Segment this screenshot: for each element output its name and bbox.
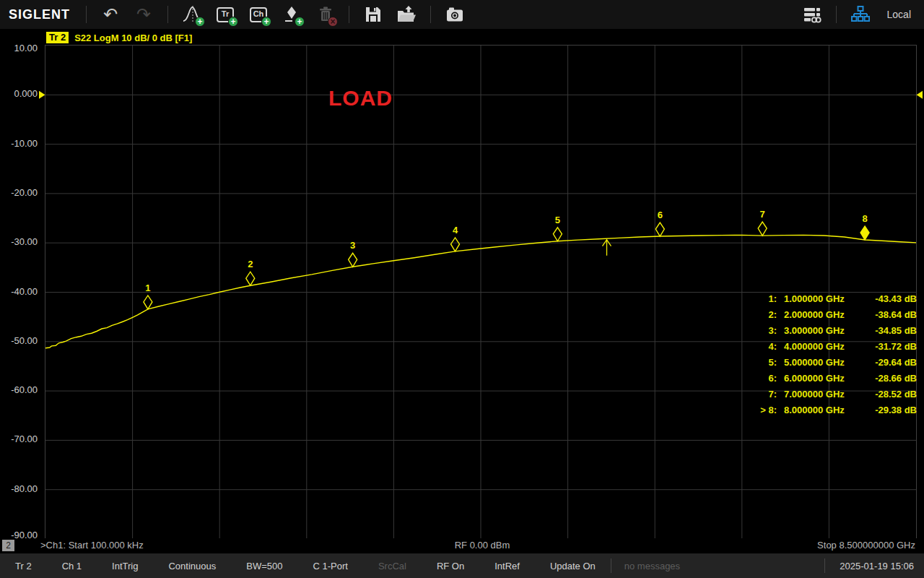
- save-button[interactable]: [360, 2, 386, 27]
- marker-table-row: 1:1.000000 GHz-43.43 dB: [707, 290, 917, 306]
- status-item-update-on[interactable]: Update On: [535, 561, 611, 571]
- marker-table-frequency: 3.000000 GHz: [777, 325, 845, 336]
- marker-diamond[interactable]: [451, 238, 460, 251]
- marker-2[interactable]: 2: [246, 259, 255, 285]
- channel-start-label[interactable]: >Ch1: Start 100.000 kHz: [40, 540, 144, 551]
- active-trace-badge[interactable]: 2: [2, 540, 14, 551]
- marker-number-label: 6: [658, 210, 663, 220]
- trace-chip-tr2[interactable]: Tr 2: [46, 32, 69, 43]
- marker-diamond[interactable]: [349, 253, 357, 267]
- marker-table-frequency: 7.000000 GHz: [777, 389, 845, 400]
- marker-table-number: 3:: [707, 325, 777, 336]
- marker-1[interactable]: 1: [144, 282, 152, 309]
- window-layout-button[interactable]: [799, 2, 825, 27]
- status-item-ch-1[interactable]: Ch 1: [47, 561, 97, 571]
- add-channel-button[interactable]: Ch +: [245, 2, 271, 27]
- status-item-intref[interactable]: IntRef: [479, 561, 535, 571]
- marker-number-label: 7: [760, 209, 765, 220]
- marker-table-number: 4:: [707, 341, 777, 352]
- folder-open-icon: [396, 5, 417, 24]
- marker-number-label: 1: [145, 282, 150, 293]
- marker-7[interactable]: 7: [758, 209, 767, 236]
- marker-table-value: -28.66 dB: [875, 373, 917, 384]
- marker-number-label: 4: [453, 225, 458, 236]
- redo-icon: ↷: [136, 6, 151, 23]
- screenshot-button[interactable]: [442, 2, 468, 27]
- camera-icon: [445, 5, 465, 24]
- sna-application-window: SIGLENT ↶ ↷ + Tr + Ch +: [0, 0, 924, 578]
- marker-5[interactable]: 5: [553, 215, 562, 241]
- marker-readout-table: 1:1.000000 GHz-43.43 dB2:2.000000 GHz-38…: [707, 290, 917, 418]
- y-axis-label: -50.00: [0, 335, 38, 346]
- channel-stop-label[interactable]: Stop 8.500000000 GHz: [817, 540, 915, 551]
- marker-table-value: -43.43 dB: [875, 293, 917, 304]
- delete-button[interactable]: ×: [312, 2, 338, 27]
- marker-table-value: -29.38 dB: [875, 405, 917, 415]
- channel-status-row: 2 >Ch1: Start 100.000 kHz RF 0.00 dBm St…: [0, 538, 924, 553]
- marker-table-row: 6:6.000000 GHz-28.66 dB: [707, 370, 917, 386]
- marker-diamond[interactable]: [860, 226, 869, 240]
- status-item-tr-2[interactable]: Tr 2: [0, 561, 47, 571]
- trace-header: Tr 2 S22 LogM 10 dB/ 0 dB [F1]: [46, 32, 192, 43]
- add-trace-button[interactable]: Tr +: [212, 2, 238, 27]
- marker-table-frequency: 4.000000 GHz: [777, 341, 845, 352]
- datetime-label: 2025-01-19 15:06: [825, 561, 924, 571]
- undo-icon: ↶: [103, 6, 118, 23]
- trace-params-label[interactable]: S22 LogM 10 dB/ 0 dB [F1]: [74, 33, 192, 43]
- marker-table-frequency: 5.000000 GHz: [777, 357, 845, 368]
- marker-table-row: 5:5.000000 GHz-29.64 dB: [707, 354, 917, 370]
- status-item-srccal[interactable]: SrcCal: [363, 561, 422, 571]
- top-toolbar: SIGLENT ↶ ↷ + Tr + Ch +: [0, 0, 924, 29]
- marker-table-number: 5:: [707, 357, 777, 368]
- y-axis-label: 10.00: [0, 43, 38, 53]
- y-axis: 10.000.000-10.00-20.00-30.00-40.00-50.00…: [0, 0, 40, 549]
- marker-table-row: 7:7.000000 GHz-28.52 dB: [707, 386, 917, 402]
- add-diagram-button[interactable]: +: [179, 2, 205, 27]
- marker-table-value: -31.72 dB: [875, 341, 917, 352]
- marker-diamond[interactable]: [758, 222, 767, 236]
- marker-table-number: 7:: [707, 389, 777, 400]
- marker-table-frequency: 6.000000 GHz: [777, 373, 845, 384]
- marker-diamond[interactable]: [655, 223, 664, 236]
- redo-button[interactable]: ↷: [131, 2, 157, 27]
- marker-4[interactable]: 4: [451, 225, 460, 251]
- marker-table-value: -29.64 dB: [875, 357, 917, 368]
- recall-open-button[interactable]: [393, 2, 419, 27]
- status-item-rf-on[interactable]: RF On: [422, 561, 479, 571]
- undo-button[interactable]: ↶: [97, 2, 123, 27]
- marker-table-number: 2:: [707, 309, 777, 320]
- marker-8[interactable]: 8: [860, 213, 869, 240]
- network-status-button[interactable]: [847, 2, 873, 27]
- marker-diamond[interactable]: [144, 296, 152, 309]
- delete-x-badge-icon: ×: [328, 17, 338, 27]
- ref-level-triangle-left: [39, 91, 45, 99]
- marker-table-row: > 8:8.000000 GHz-29.38 dB: [707, 402, 917, 418]
- status-item-continuous[interactable]: Continuous: [153, 561, 231, 571]
- marker-3[interactable]: 3: [349, 240, 357, 267]
- y-axis-label: -10.00: [0, 138, 38, 149]
- marker-table-row: 3:3.000000 GHz-34.85 dB: [707, 322, 917, 338]
- plus-badge-icon: +: [228, 17, 238, 27]
- rf-power-label: RF 0.00 dBm: [455, 540, 510, 551]
- status-bar-items: Tr 2Ch 1IntTrigContinuousBW=500C 1-PortS…: [0, 561, 611, 571]
- y-axis-label: 0.000: [0, 88, 38, 99]
- status-item-bw-500[interactable]: BW=500: [231, 561, 297, 571]
- y-axis-label: -30.00: [0, 236, 38, 247]
- marker-table-frequency: 8.000000 GHz: [777, 405, 845, 415]
- plus-badge-icon: +: [295, 17, 305, 27]
- marker-diamond[interactable]: [553, 228, 562, 241]
- marker-table-number: > 8:: [707, 405, 777, 415]
- marker-table-value: -34.85 dB: [875, 325, 917, 336]
- y-axis-label: -70.00: [0, 434, 38, 444]
- y-axis-label: -60.00: [0, 384, 38, 395]
- status-item-c-1-port[interactable]: C 1-Port: [297, 561, 362, 571]
- add-marker-button[interactable]: +: [279, 2, 305, 27]
- marker-table-number: 6:: [707, 373, 777, 384]
- lan-network-icon: [851, 5, 870, 24]
- marker-diamond[interactable]: [246, 272, 255, 285]
- marker-table-row: 2:2.000000 GHz-38.64 dB: [707, 306, 917, 322]
- annotation-load: LOAD: [328, 86, 393, 111]
- marker-6[interactable]: 6: [655, 210, 664, 236]
- marker-table-frequency: 2.000000 GHz: [777, 309, 845, 320]
- status-item-inttrig[interactable]: IntTrig: [97, 561, 153, 571]
